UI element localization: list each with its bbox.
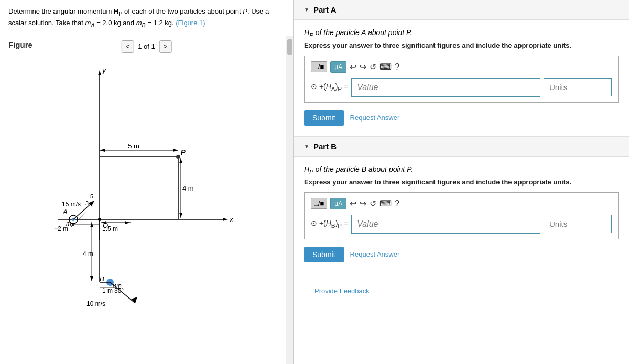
part-b-answer-box: □/■ μΑ ↩ ↪ ↺ ⌨ ? ⊙ +(HB)P =	[304, 192, 619, 239]
nav-controls: < 1 of 1 >	[121, 40, 172, 53]
part-b-undo-icon[interactable]: ↩	[350, 198, 356, 208]
part-a-mu-button[interactable]: μΑ	[330, 61, 346, 73]
svg-marker-17	[179, 213, 182, 218]
part-a-help-icon[interactable]: ?	[395, 62, 399, 72]
figure-label: Figure	[8, 40, 32, 49]
part-a-header: ▼ Part A	[294, 0, 629, 20]
part-b-title: Part B	[313, 142, 337, 151]
part-b-value-input[interactable]	[351, 215, 540, 234]
left-panel: Determine the angular momentum HP of eac…	[0, 0, 294, 364]
part-b-header: ▼ Part B	[294, 137, 629, 157]
svg-text:B: B	[100, 275, 104, 283]
scrollbar[interactable]	[286, 36, 293, 364]
svg-marker-1	[98, 70, 101, 75]
svg-text:3: 3	[85, 200, 89, 206]
part-b-mu-button[interactable]: μΑ	[330, 198, 346, 209]
prev-button[interactable]: <	[121, 40, 134, 53]
part-b-action-row: Submit Request Answer	[304, 247, 619, 262]
part-a-fraction-button[interactable]: □/■	[311, 61, 327, 72]
part-a-redo-icon[interactable]: ↪	[360, 62, 366, 72]
part-a-title: Part A	[313, 5, 337, 14]
part-b-input-row: ⊙ +(HB)P =	[311, 215, 612, 234]
svg-marker-43	[90, 276, 93, 281]
mu-icon-b: μΑ	[334, 200, 342, 207]
svg-text:x: x	[229, 215, 234, 224]
svg-text:−2 m: −2 m	[54, 225, 68, 233]
part-a-instruction: Express your answer to three significant…	[304, 41, 619, 49]
right-panel: ▼ Part A HP of the particle A about poin…	[294, 0, 629, 364]
problem-text: Determine the angular momentum HP of eac…	[8, 7, 269, 27]
svg-text:5: 5	[90, 193, 93, 200]
problem-statement: Determine the angular momentum HP of eac…	[0, 0, 293, 36]
fraction-icon: □/■	[314, 63, 324, 71]
part-a-answer-box: □/■ μΑ ↩ ↪ ↺ ⌨ ? ⊙ +(HA)P =	[304, 56, 619, 103]
svg-text:5 m: 5 m	[128, 142, 139, 150]
svg-marker-12	[173, 149, 178, 152]
part-a-request-link[interactable]: Request Answer	[350, 114, 400, 122]
part-a-action-row: Submit Request Answer	[304, 110, 619, 126]
svg-marker-16	[179, 158, 182, 163]
part-b-content: HP of the particle B about point P. Expr…	[294, 157, 629, 273]
part-b-submit-button[interactable]: Submit	[304, 247, 344, 262]
part-a-toolbar: □/■ μΑ ↩ ↪ ↺ ⌨ ?	[311, 61, 612, 73]
part-a-keyboard-icon[interactable]: ⌨	[379, 62, 392, 72]
scroll-thumb[interactable]	[287, 39, 292, 55]
next-button[interactable]: >	[159, 40, 172, 53]
svg-point-18	[176, 155, 180, 159]
figure-link[interactable]: (Figure 1)	[176, 19, 205, 27]
part-a-content: HP of the particle A about point P. Expr…	[294, 20, 629, 136]
page-indicator: 1 of 1	[138, 42, 155, 50]
part-b-question: HP of the particle B about point P.	[304, 165, 619, 175]
svg-text:1.5 m: 1.5 m	[102, 225, 118, 233]
part-b-prefix: ⊙ +(HB)P =	[311, 219, 348, 229]
feedback-section: Provide Feedback	[294, 273, 629, 308]
part-a-units-input[interactable]	[544, 78, 612, 96]
svg-text:P: P	[181, 148, 186, 156]
part-a-prefix: ⊙ +(HA)P =	[311, 82, 348, 92]
svg-text:10 m/s: 10 m/s	[86, 300, 105, 307]
part-a-section: ▼ Part A HP of the particle A about poin…	[294, 0, 629, 137]
figure-diagram: y x O 5 m 4 m P	[5, 57, 273, 364]
part-b-instruction: Express your answer to three significant…	[304, 178, 619, 186]
part-a-value-input[interactable]	[351, 78, 540, 97]
svg-text:30°: 30°	[114, 287, 124, 294]
svg-marker-23	[125, 221, 130, 224]
part-a-triangle-icon: ▼	[304, 7, 309, 13]
svg-text:4 m: 4 m	[182, 184, 194, 192]
svg-text:A: A	[62, 208, 68, 216]
part-b-units-input[interactable]	[544, 215, 612, 233]
fraction-icon-b: □/■	[314, 200, 324, 207]
part-a-reset-icon[interactable]: ↺	[370, 62, 376, 72]
part-a-undo-icon[interactable]: ↩	[350, 62, 356, 72]
svg-marker-4	[223, 218, 228, 221]
part-b-triangle-icon: ▼	[304, 144, 309, 149]
feedback-link[interactable]: Provide Feedback	[304, 279, 619, 303]
part-b-help-icon[interactable]: ?	[395, 199, 399, 208]
figure-area: Figure < 1 of 1 > y x O	[0, 36, 293, 364]
part-b-keyboard-icon[interactable]: ⌨	[379, 198, 392, 208]
part-b-redo-icon[interactable]: ↪	[360, 198, 366, 208]
part-b-section: ▼ Part B HP of the particle B about poin…	[294, 137, 629, 273]
svg-text:15 m/s: 15 m/s	[62, 201, 81, 208]
part-a-input-row: ⊙ +(HA)P =	[311, 78, 612, 97]
part-b-request-link[interactable]: Request Answer	[350, 250, 400, 258]
part-b-toolbar: □/■ μΑ ↩ ↪ ↺ ⌨ ?	[311, 198, 612, 209]
part-a-question: HP of the particle A about point P.	[304, 28, 619, 38]
mu-icon: μΑ	[334, 63, 342, 71]
part-a-submit-button[interactable]: Submit	[304, 110, 344, 126]
svg-marker-11	[100, 149, 105, 152]
part-b-reset-icon[interactable]: ↺	[370, 198, 376, 208]
part-b-fraction-button[interactable]: □/■	[311, 198, 327, 209]
svg-text:y: y	[102, 66, 106, 74]
svg-text:1 m: 1 m	[102, 287, 113, 294]
